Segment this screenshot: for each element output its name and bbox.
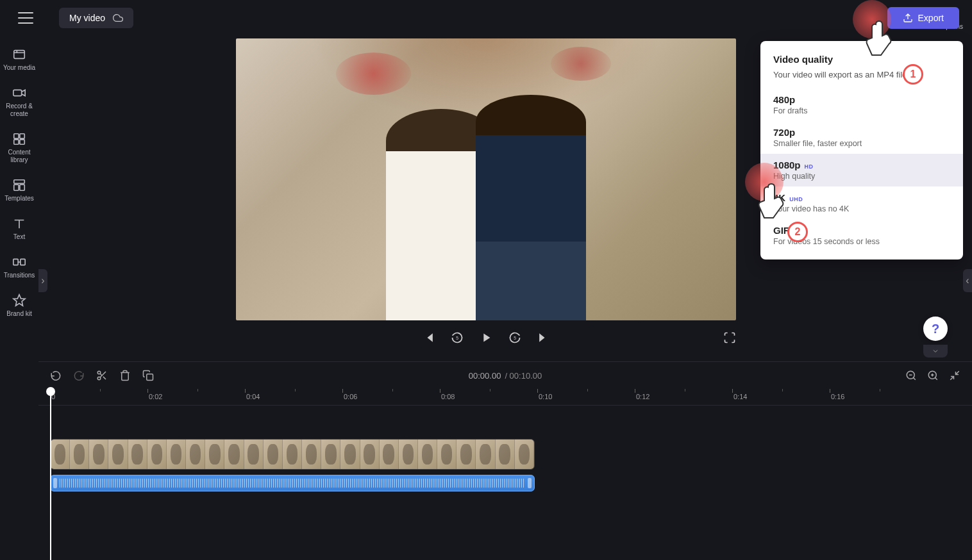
sidebar-brand-kit[interactable]: Brand kit — [1, 293, 37, 318]
svg-rect-4 — [14, 134, 19, 138]
tutorial-cursor-2 — [755, 182, 792, 228]
duplicate-icon[interactable] — [142, 370, 154, 381]
video-preview[interactable] — [236, 38, 736, 320]
sidebar-content-library[interactable]: Content library — [1, 132, 37, 164]
sidebar-templates[interactable]: Templates — [1, 178, 37, 202]
undo-icon[interactable] — [50, 370, 62, 381]
sidebar-transitions[interactable]: Transitions — [1, 255, 37, 279]
video-scene — [236, 38, 736, 320]
svg-rect-6 — [14, 140, 19, 144]
fullscreen-icon[interactable] — [723, 331, 736, 344]
play-icon[interactable] — [479, 331, 493, 345]
skip-forward-icon[interactable] — [537, 331, 549, 344]
skip-back-icon[interactable] — [423, 331, 435, 344]
playhead[interactable] — [50, 389, 51, 560]
svg-rect-12 — [21, 259, 25, 265]
svg-rect-5 — [20, 134, 24, 138]
ruler-tick: 0:14 — [733, 393, 747, 400]
export-dropdown-title: Video quality — [760, 54, 963, 70]
audio-waveform — [60, 479, 525, 488]
project-title-text: My video — [69, 13, 105, 23]
clip-handle-left[interactable] — [53, 478, 57, 488]
current-time: 00:00.00 — [469, 371, 501, 381]
quality-720p[interactable]: 720p Smaller file, faster export — [760, 121, 963, 154]
svg-text:5: 5 — [514, 336, 516, 340]
video-track-clip[interactable] — [50, 439, 535, 470]
timeline-time-display: 00:00.00 / 00:10.00 — [469, 371, 542, 381]
rewind-5-icon[interactable]: 5 — [451, 331, 464, 344]
sidebar-record-create[interactable]: Record & create — [1, 86, 37, 118]
camera-icon — [12, 86, 26, 100]
svg-rect-2 — [14, 51, 25, 59]
svg-text:5: 5 — [456, 336, 458, 340]
project-title[interactable]: My video — [59, 8, 133, 28]
templates-icon — [12, 178, 26, 192]
svg-rect-9 — [14, 185, 19, 190]
cloud-sync-icon — [113, 13, 123, 23]
clip-handle-right[interactable] — [528, 478, 532, 488]
sidebar-your-media[interactable]: Your media — [1, 47, 37, 72]
ruler-tick: 0:10 — [539, 393, 552, 400]
svg-rect-7 — [20, 140, 24, 144]
tutorial-cursor-1 — [863, 19, 900, 65]
transitions-icon — [12, 255, 26, 269]
chevron-down-icon — [932, 347, 939, 355]
forward-5-icon[interactable]: 5 — [508, 331, 521, 344]
ruler-tick: 0:08 — [441, 393, 455, 400]
brand-kit-icon — [12, 293, 26, 308]
hamburger-menu[interactable] — [18, 12, 33, 24]
fit-icon[interactable] — [949, 370, 960, 381]
svg-rect-19 — [147, 374, 153, 381]
export-dropdown-subtitle: Your video will export as an MP4 file — [760, 70, 963, 88]
audio-track-clip[interactable] — [50, 475, 535, 491]
export-button-label: Export — [918, 13, 944, 23]
panel-collapse-toggle[interactable] — [923, 345, 948, 358]
tutorial-step-2: 2 — [787, 222, 808, 242]
tutorial-step-1: 1 — [903, 64, 923, 85]
svg-point-18 — [97, 377, 101, 380]
trash-icon[interactable] — [119, 370, 131, 381]
timeline-ruler[interactable]: 00:020:040:060:080:100:120:140:16 — [38, 389, 972, 406]
quality-480p[interactable]: 480p For drafts — [760, 88, 963, 121]
help-button[interactable]: ? — [923, 317, 948, 341]
ruler-tick: 0:16 — [831, 393, 844, 400]
redo-icon[interactable] — [73, 370, 85, 381]
scissors-icon[interactable] — [96, 370, 108, 381]
svg-rect-3 — [13, 90, 22, 95]
ruler-tick: 0:06 — [344, 393, 357, 400]
sidebar-text[interactable]: Text — [1, 217, 37, 241]
upload-icon — [903, 13, 913, 23]
media-icon — [12, 47, 26, 62]
library-icon — [12, 132, 26, 146]
svg-rect-10 — [20, 185, 24, 190]
svg-rect-8 — [14, 180, 25, 184]
ruler-tick: 0:04 — [246, 393, 260, 400]
zoom-in-icon[interactable] — [927, 370, 939, 381]
right-panel-expand[interactable]: ‹ — [963, 269, 972, 292]
ruler-tick: 0:02 — [149, 393, 162, 400]
text-icon — [12, 217, 26, 231]
zoom-out-icon[interactable] — [905, 370, 917, 381]
svg-point-17 — [97, 371, 101, 374]
svg-rect-11 — [13, 259, 18, 265]
ruler-tick: 0:12 — [636, 393, 649, 400]
